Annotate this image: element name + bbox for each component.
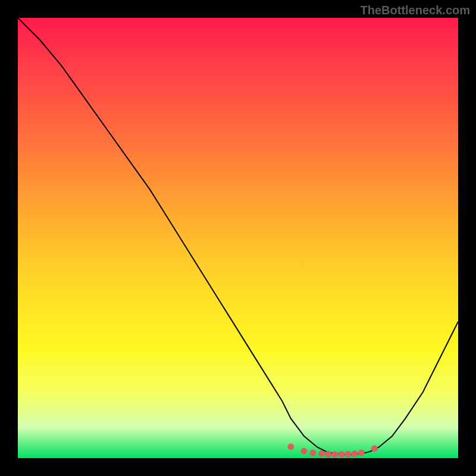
marker-dot bbox=[301, 448, 308, 455]
marker-dot bbox=[309, 450, 316, 456]
chart-plot-area bbox=[18, 18, 458, 458]
marker-dot bbox=[352, 450, 358, 457]
chart-svg bbox=[18, 18, 458, 458]
watermark-text: TheBottleneck.com bbox=[361, 4, 470, 17]
marker-dot bbox=[371, 445, 378, 452]
marker-group bbox=[287, 443, 378, 458]
marker-dot bbox=[338, 451, 345, 458]
marker-dot bbox=[325, 451, 331, 458]
marker-dot bbox=[358, 450, 365, 456]
marker-dot bbox=[345, 451, 352, 458]
marker-dot bbox=[331, 451, 338, 458]
bottleneck-curve bbox=[18, 18, 458, 455]
marker-dot bbox=[287, 443, 294, 450]
marker-dot bbox=[318, 450, 325, 457]
